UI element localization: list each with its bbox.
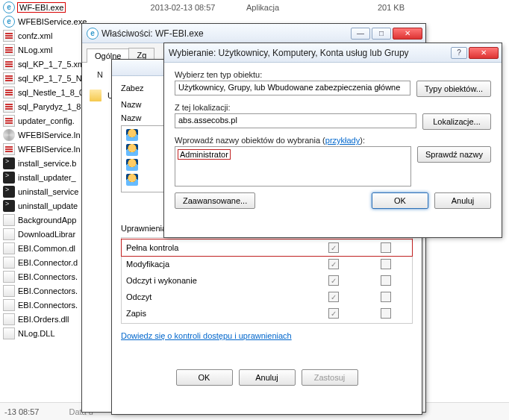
file-name: install_service.b	[18, 159, 76, 168]
permission-row: Odczyt	[122, 289, 412, 305]
file-name: EBI.Connectors.	[18, 301, 78, 310]
permission-name: Odczyt	[122, 292, 307, 301]
user-icon	[126, 159, 138, 171]
select-users-window: Wybieranie: Użytkownicy, Komputery, Kont…	[164, 43, 502, 237]
file-date: 2013-02-13 08:57	[119, 3, 246, 12]
deny-checkbox[interactable]	[381, 275, 391, 286]
file-name: sql_KP_1_7_5_Ne	[18, 74, 87, 83]
cancel-button[interactable]: Anuluj	[434, 192, 491, 209]
deny-checkbox[interactable]	[381, 242, 391, 253]
dll-icon	[3, 271, 15, 283]
names-label: Wprowadź nazwy obiektów do wybrania (prz…	[175, 136, 491, 145]
file-name: sql_Parydyz_1_8	[18, 102, 81, 111]
file-row-details: 2013-02-13 08:57 Aplikacja 201 KB	[119, 0, 410, 14]
file-name: updater_config.	[18, 116, 75, 125]
file-name: WFEBIService.In	[18, 145, 81, 154]
close-button[interactable]: ✕	[393, 28, 422, 40]
allow-checkbox[interactable]	[328, 242, 339, 253]
dll-icon	[3, 257, 15, 269]
allow-checkbox[interactable]	[328, 292, 339, 302]
file-size: 201 KB	[336, 3, 410, 12]
apply-button[interactable]: Zastosuj	[302, 369, 358, 386]
learn-link[interactable]: Dowiedz się o kontroli dostępu i uprawni…	[121, 331, 292, 340]
location-field: abs.assecobs.pl	[175, 113, 416, 128]
dll-icon	[3, 327, 15, 339]
deny-checkbox[interactable]	[381, 259, 391, 269]
xml-icon	[3, 87, 15, 98]
allow-checkbox[interactable]	[328, 259, 339, 269]
permission-row: Odczyt i wykonanie	[122, 272, 412, 289]
deny-checkbox[interactable]	[381, 292, 391, 302]
file-name: uninstall_service	[18, 187, 78, 196]
file-name: sql_Nestle_1_8_0	[18, 88, 84, 97]
permission-name: Odczyt i wykonanie	[122, 276, 307, 285]
permissions-table: Pełna kontrolaModyfikacjaOdczyt i wykona…	[121, 237, 413, 324]
object-type-field: Użytkownicy, Grupy, lub Wbudowane zabezp…	[175, 81, 410, 95]
location-label: Z tej lokalizacji:	[175, 103, 491, 112]
dll-icon	[3, 285, 15, 297]
examples-link[interactable]: przykłady	[325, 136, 360, 145]
permission-name: Modyfikacja	[122, 260, 307, 269]
object-names-input[interactable]: Administrator	[175, 146, 411, 187]
file-name: confz.xml	[18, 31, 52, 40]
bat-icon	[3, 157, 15, 169]
advanced-button[interactable]: Zaawansowane...	[175, 192, 255, 209]
file-name: NLog.xml	[18, 46, 52, 54]
permission-row: Pełna kontrola	[122, 239, 412, 256]
bat-icon	[3, 200, 15, 212]
file-name: NLog.DLL	[18, 329, 55, 338]
dll-icon	[3, 313, 15, 325]
close-button[interactable]: ✕	[469, 47, 499, 59]
properties-title: Właściwości: WF-EBI.exe	[102, 28, 351, 39]
e-icon: e	[3, 1, 15, 13]
file-name: WFEBIService.exe	[18, 17, 87, 26]
xml-icon	[3, 101, 15, 113]
check-names-button[interactable]: Sprawdź nazwy	[417, 146, 491, 163]
object-types-button[interactable]: Typy obiektów...	[416, 81, 491, 97]
xml-icon	[3, 30, 15, 42]
object-names-value: Administrator	[178, 150, 230, 159]
xml-icon	[3, 44, 15, 56]
file-name: WFEBIService.In	[18, 131, 81, 140]
permission-name: Pełna kontrola	[122, 243, 307, 252]
dll-icon	[3, 299, 15, 311]
user-icon	[126, 129, 138, 141]
file-name: sql_KP_1_7_5.xml	[18, 60, 87, 69]
select-body: Wybierz ten typ obiektu: Użytkownicy, Gr…	[164, 63, 502, 216]
deny-checkbox[interactable]	[381, 308, 391, 319]
allow-checkbox[interactable]	[328, 308, 339, 319]
user-icon	[126, 174, 138, 186]
permission-row: Modyfikacja	[122, 256, 412, 272]
dll-icon	[3, 242, 15, 254]
names-label-a: Wprowadź nazwy obiektów do wybrania (	[175, 136, 325, 145]
folder-icon	[90, 90, 102, 101]
n-label: N	[97, 70, 103, 79]
file-name: EBI.Connector.d	[18, 258, 78, 267]
ok-button[interactable]: OK	[176, 369, 233, 386]
file-name: install_updater_	[18, 173, 76, 182]
permission-row: Zapis	[122, 305, 412, 322]
minimize-button[interactable]: —	[351, 28, 370, 40]
xml-icon	[3, 115, 15, 127]
file-type: Aplikacja	[246, 3, 336, 12]
names-label-b: ):	[360, 136, 365, 145]
ok-button[interactable]: OK	[372, 192, 428, 209]
file-name: EBI.Connectors.	[18, 286, 78, 295]
maximize-button[interactable]: □	[372, 28, 391, 40]
file-name: WF-EBI.exe	[18, 3, 65, 12]
file-name: uninstall_update	[18, 201, 78, 210]
dll-icon	[3, 228, 15, 240]
help-button[interactable]: ?	[451, 47, 467, 59]
cfg-icon	[3, 129, 15, 141]
select-titlebar[interactable]: Wybieranie: Użytkownicy, Komputery, Kont…	[164, 43, 502, 63]
locations-button[interactable]: Lokalizacje...	[422, 113, 491, 130]
permission-name: Zapis	[122, 309, 307, 318]
cancel-button[interactable]: Anuluj	[239, 369, 296, 386]
bat-icon	[3, 172, 15, 184]
file-row[interactable]: eWF-EBI.exe	[0, 0, 119, 14]
e-icon: e	[3, 16, 15, 28]
allow-checkbox[interactable]	[328, 275, 339, 286]
select-title: Wybieranie: Użytkownicy, Komputery, Kont…	[169, 48, 451, 58]
status-date: -13 08:57	[4, 407, 39, 416]
properties-titlebar[interactable]: e Właściwości: WF-EBI.exe — □ ✕	[82, 24, 425, 43]
